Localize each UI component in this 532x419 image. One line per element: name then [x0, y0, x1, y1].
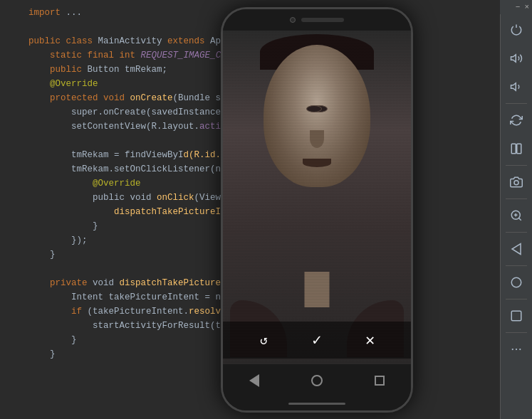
- code-text: }: [28, 349, 56, 359]
- camera-icon: [510, 176, 523, 189]
- neck-shape: [305, 272, 330, 307]
- rotate-button[interactable]: [503, 107, 530, 134]
- android-nav-bar: [223, 364, 411, 396]
- code-text: [61, 36, 66, 46]
- zoom-icon: [510, 209, 523, 222]
- separator-2: [506, 165, 527, 166]
- camera-cancel-button[interactable]: ✕: [358, 327, 383, 353]
- toolbar-icon-list: [501, 16, 532, 363]
- code-text: (View: [194, 193, 221, 203]
- fold-button[interactable]: [503, 135, 530, 162]
- method-name: onClick: [157, 193, 194, 203]
- code-text: [28, 179, 93, 189]
- volume-up-button[interactable]: [503, 45, 530, 72]
- camera-accept-button[interactable]: ✓: [304, 327, 330, 353]
- constant-name: REQUEST_IMAGE_CA: [141, 51, 226, 60]
- home-nav-button[interactable]: [503, 269, 530, 296]
- fold-icon: [510, 142, 523, 155]
- power-icon: [510, 23, 523, 36]
- recents-button[interactable]: [369, 370, 390, 391]
- code-text: [61, 8, 66, 18]
- code-text: [82, 51, 88, 60]
- face-shape: [264, 45, 370, 187]
- more-icon: [510, 343, 523, 356]
- code-text: ;: [162, 65, 168, 75]
- code-text: (takePictureIntent.: [82, 307, 189, 317]
- method-name: dispatchTakePictureI: [120, 278, 226, 288]
- keyword: public: [50, 65, 82, 75]
- code-text: [28, 278, 50, 288]
- phone-screen: ↺ ✓ ✕: [223, 31, 411, 364]
- code-text: MainActivity: [93, 36, 167, 46]
- phone-speaker: [301, 18, 344, 22]
- annotation: @Override: [50, 79, 98, 89]
- keyword: static: [50, 51, 82, 60]
- screenshot-button[interactable]: [503, 169, 530, 196]
- toolbar-window-controls: − ×: [500, 0, 532, 14]
- recents-icon: [375, 376, 385, 386]
- code-text: ...: [66, 8, 83, 18]
- zoom-button[interactable]: [503, 202, 530, 229]
- home-icon: [311, 375, 323, 386]
- code-text: Button: [82, 65, 125, 75]
- keyword: extends: [167, 36, 205, 46]
- code-text: setContentView(R.layout.: [28, 122, 199, 132]
- code-text: [28, 51, 50, 60]
- svg-line-6: [518, 218, 521, 220]
- back-icon: [249, 374, 259, 387]
- code-text: }: [28, 221, 98, 231]
- code-text: [28, 79, 50, 89]
- code-text: [28, 65, 50, 75]
- separator-3: [506, 198, 527, 199]
- method-call: dispatchTakePictureIn: [114, 207, 226, 217]
- home-nav-icon: [510, 276, 523, 289]
- camera-rotate-button[interactable]: ↺: [251, 327, 276, 353]
- code-text: startActivityForResult(ta: [28, 321, 226, 331]
- camera-action-bar: ↺ ✓ ✕: [223, 322, 411, 359]
- keyword: if: [71, 307, 82, 317]
- more-button[interactable]: [503, 336, 530, 363]
- separator-4: [506, 232, 527, 233]
- keyword: protected: [50, 93, 98, 103]
- eye-right: [306, 105, 322, 112]
- code-text: tmRekam = findViewByI: [28, 150, 184, 160]
- separator-7: [506, 332, 527, 333]
- recents-nav-icon: [510, 309, 523, 322]
- back-button[interactable]: [244, 370, 265, 391]
- svg-rect-11: [511, 311, 521, 321]
- minimize-button[interactable]: −: [516, 4, 521, 11]
- keyword: final: [88, 51, 115, 60]
- keyword: void: [103, 93, 125, 103]
- code-text: [28, 93, 50, 103]
- code-text: }: [28, 250, 56, 260]
- separator-5: [506, 265, 527, 266]
- svg-point-14: [519, 349, 521, 350]
- volume-down-button[interactable]: [503, 73, 530, 100]
- back-nav-button[interactable]: [503, 235, 530, 262]
- svg-rect-3: [517, 144, 521, 154]
- power-button[interactable]: [503, 16, 530, 43]
- svg-marker-0: [511, 55, 516, 63]
- mouth-shape: [303, 159, 331, 167]
- svg-point-10: [511, 277, 521, 287]
- nose-shape: [310, 130, 324, 148]
- keyword: public: [28, 36, 61, 46]
- close-button[interactable]: ×: [524, 4, 529, 11]
- back-nav-icon: [510, 243, 523, 255]
- annotation: @Override: [93, 179, 141, 189]
- home-indicator: [288, 403, 345, 405]
- front-camera: [290, 17, 296, 23]
- svg-marker-9: [512, 244, 521, 255]
- keyword: class: [66, 36, 93, 46]
- volume-up-icon: [510, 52, 523, 65]
- rotate-icon: [510, 114, 523, 127]
- home-button[interactable]: [306, 370, 328, 391]
- code-text: });: [28, 235, 88, 245]
- code-text: [28, 207, 114, 217]
- method-name: onCreate: [130, 93, 173, 103]
- recents-nav-button[interactable]: [503, 302, 530, 329]
- code-text: [125, 93, 130, 103]
- svg-point-12: [512, 349, 513, 350]
- code-text: (Bundle sa: [173, 93, 226, 103]
- code-text: super.onCreate(savedInstanceS: [28, 107, 226, 117]
